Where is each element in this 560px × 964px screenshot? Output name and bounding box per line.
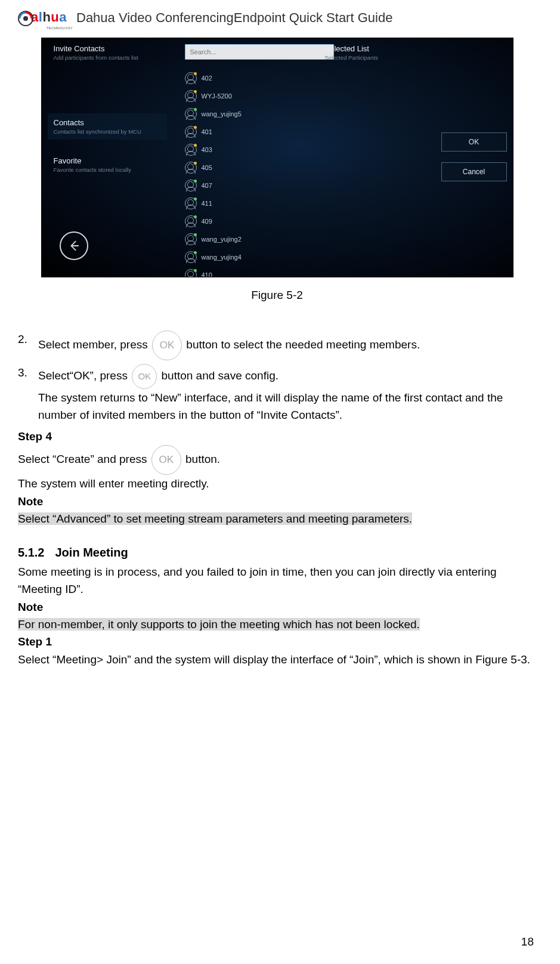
contact-row[interactable]: wang_yujing2 bbox=[185, 230, 334, 248]
sidebar-invite-sub: Add participants from contacts list bbox=[54, 54, 167, 61]
status-dot bbox=[194, 72, 197, 75]
person-icon bbox=[185, 215, 197, 227]
step-3-text-a: Select“OK”, press bbox=[38, 369, 131, 382]
contact-name: 405 bbox=[202, 164, 212, 171]
contact-name: wang_yujing2 bbox=[202, 236, 242, 243]
step-1-label: Step 1 bbox=[18, 633, 536, 650]
sidebar-contacts-title: Contacts bbox=[54, 118, 161, 127]
contact-row[interactable]: wang_yujing4 bbox=[185, 248, 334, 266]
sidebar-favorite[interactable]: Favorite Favorite contacts stored locall… bbox=[54, 156, 167, 173]
person-icon bbox=[185, 72, 197, 84]
step-4-text-c: The system will enter meeting directly. bbox=[18, 475, 536, 492]
contact-row[interactable]: 405 bbox=[185, 159, 334, 177]
list-number: 2. bbox=[18, 330, 38, 360]
person-icon bbox=[185, 126, 197, 138]
note-label: Note bbox=[18, 493, 536, 510]
status-dot bbox=[194, 251, 197, 254]
person-icon bbox=[185, 197, 197, 209]
page-number: 18 bbox=[521, 935, 534, 948]
figure-caption: Figure 5-2 bbox=[18, 289, 536, 302]
step-4-text-b: button. bbox=[185, 453, 220, 465]
step-2-text-a: Select member, press bbox=[38, 338, 151, 351]
ok-icon: OK bbox=[132, 364, 157, 389]
contact-row[interactable]: 401 bbox=[185, 123, 334, 141]
brand-logo: alhua TECHNOLOGY bbox=[18, 10, 72, 26]
selected-sub: Selected Participants bbox=[325, 54, 420, 61]
status-dot bbox=[194, 180, 197, 183]
status-dot bbox=[194, 90, 197, 93]
person-icon bbox=[185, 108, 197, 120]
person-icon bbox=[185, 162, 197, 174]
sidebar-contacts-sub: Contacts list synchronized by MCU bbox=[54, 128, 161, 135]
contact-row[interactable]: 409 bbox=[185, 212, 334, 230]
contact-row[interactable]: 410 bbox=[185, 266, 334, 277]
contact-name: 409 bbox=[202, 218, 212, 225]
note-text: Select “Advanced” to set meeting stream … bbox=[18, 512, 412, 525]
contact-name: wang_yujing4 bbox=[202, 254, 242, 261]
status-dot bbox=[194, 197, 197, 200]
status-dot bbox=[194, 126, 197, 129]
contact-name: 403 bbox=[202, 146, 212, 153]
contact-row[interactable]: 402 bbox=[185, 69, 334, 87]
section-heading: 5.1.2Join Meeting bbox=[18, 543, 536, 562]
section-title: Join Meeting bbox=[55, 546, 128, 559]
status-dot bbox=[194, 144, 197, 147]
sidebar-invite[interactable]: Invite Contacts Add participants from co… bbox=[54, 44, 167, 61]
step-2: 2. Select member, press OK button to sel… bbox=[18, 330, 536, 360]
contact-name: 410 bbox=[202, 271, 212, 277]
contact-row[interactable]: 403 bbox=[185, 141, 334, 159]
note-label-2: Note bbox=[18, 598, 536, 616]
contact-name: 401 bbox=[202, 128, 212, 135]
sidebar-invite-title: Invite Contacts bbox=[54, 44, 167, 53]
contact-row[interactable]: 411 bbox=[185, 194, 334, 212]
note-highlight-2: For non-member, it only supports to join… bbox=[18, 616, 536, 633]
search-input[interactable] bbox=[189, 48, 330, 56]
contact-name: WYJ-5200 bbox=[202, 92, 232, 100]
status-dot bbox=[194, 233, 197, 236]
sidebar-contacts[interactable]: Contacts Contacts list synchronized by M… bbox=[48, 113, 167, 140]
sidebar-favorite-title: Favorite bbox=[54, 156, 167, 165]
search-box[interactable] bbox=[185, 44, 334, 60]
step-4-body: Select “Create” and press OK button. bbox=[18, 445, 536, 475]
person-icon bbox=[185, 233, 197, 245]
person-icon bbox=[185, 144, 197, 156]
status-dot bbox=[194, 215, 197, 218]
contact-name: 407 bbox=[202, 182, 212, 189]
back-button[interactable] bbox=[60, 231, 88, 260]
logo-text: alhua bbox=[31, 10, 67, 24]
contact-row[interactable]: WYJ-5200 bbox=[185, 87, 334, 105]
contact-row[interactable]: wang_yujing5 bbox=[185, 105, 334, 123]
ok-icon: OK bbox=[151, 445, 181, 475]
step-3: 3. Select“OK”, press OK button and save … bbox=[18, 364, 536, 424]
logo-subtext: TECHNOLOGY bbox=[47, 26, 73, 30]
contact-name: 402 bbox=[202, 75, 212, 82]
list-number: 3. bbox=[18, 364, 38, 424]
selected-title: Selected List bbox=[325, 44, 420, 53]
ok-icon: OK bbox=[152, 330, 182, 360]
document-title: Dahua Video ConferencingEndpoint Quick S… bbox=[76, 10, 392, 26]
body-text: 2. Select member, press OK button to sel… bbox=[18, 330, 536, 668]
step-3-text-c: The system returns to “New” interface, a… bbox=[38, 389, 536, 424]
step-3-text-b: button and save config. bbox=[162, 369, 279, 382]
contact-row[interactable]: 407 bbox=[185, 177, 334, 194]
cancel-button[interactable]: Cancel bbox=[441, 162, 507, 181]
contact-list: 402WYJ-5200wang_yujing540140340540741140… bbox=[185, 69, 334, 277]
status-dot bbox=[194, 108, 197, 111]
join-paragraph: Some meeting is in process, and you fail… bbox=[18, 563, 536, 598]
figure-screenshot: Invite Contacts Add participants from co… bbox=[42, 38, 513, 277]
status-dot bbox=[194, 269, 197, 272]
logo-icon bbox=[18, 11, 33, 26]
person-icon bbox=[185, 90, 197, 102]
section-number: 5.1.2 bbox=[18, 543, 44, 562]
page-header: alhua TECHNOLOGY Dahua Video Conferencin… bbox=[18, 10, 536, 26]
status-dot bbox=[194, 162, 197, 165]
person-icon bbox=[185, 180, 197, 191]
note-highlight: Select “Advanced” to set meeting stream … bbox=[18, 510, 536, 527]
svg-point-1 bbox=[23, 16, 28, 21]
step-2-text-b: button to select the needed meeting memb… bbox=[186, 338, 420, 351]
person-icon bbox=[185, 269, 197, 277]
step-1-body: Select “Meeting> Join” and the system wi… bbox=[18, 651, 536, 668]
step-4-text-a: Select “Create” and press bbox=[18, 453, 150, 465]
sidebar-favorite-sub: Favorite contacts stored locally bbox=[54, 166, 167, 173]
ok-button[interactable]: OK bbox=[441, 132, 507, 152]
